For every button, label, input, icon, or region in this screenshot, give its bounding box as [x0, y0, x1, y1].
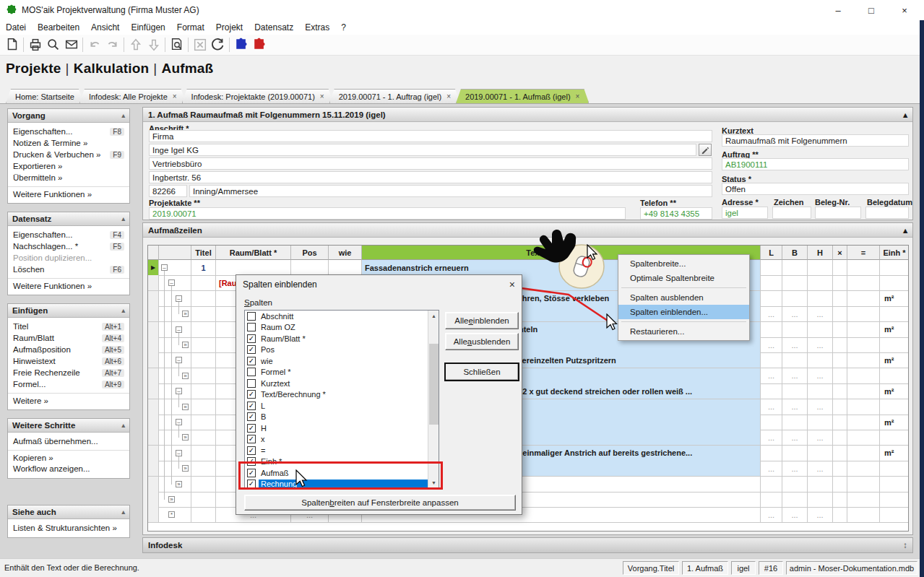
- checkbox[interactable]: [247, 323, 256, 331]
- address-edit-button[interactable]: [699, 144, 712, 156]
- cell-eq[interactable]: [847, 291, 880, 307]
- column-header-eq[interactable]: =: [847, 246, 880, 260]
- cell-titel[interactable]: [191, 352, 216, 368]
- column-header-einh[interactable]: Einh *: [880, 246, 909, 260]
- cell-eq[interactable]: [847, 383, 880, 399]
- cell-x[interactable]: [833, 492, 847, 508]
- sidebar-item-eigenschaften[interactable]: Eigenschaften...F4: [8, 229, 129, 240]
- collapse-icon[interactable]: ▴: [121, 215, 125, 222]
- cell-einh[interactable]: [880, 461, 909, 477]
- cell-x[interactable]: [833, 477, 847, 493]
- checkbox[interactable]: ✓: [247, 402, 256, 410]
- cell-ind[interactable]: [148, 399, 159, 415]
- belegnr-field[interactable]: [815, 207, 861, 219]
- tree-expand-icon[interactable]: –: [176, 450, 182, 456]
- cell-einh[interactable]: [880, 430, 909, 446]
- cell-x[interactable]: [833, 430, 847, 446]
- cell-titel[interactable]: [191, 430, 216, 446]
- menu-bearbeiten[interactable]: Bearbeiten: [32, 21, 85, 34]
- cell-titel[interactable]: [191, 399, 216, 415]
- sidebar-item-nachschlagen[interactable]: Nachschlagen... *F5: [8, 240, 129, 252]
- cell-wie[interactable]: [329, 260, 362, 276]
- tree-more-icon[interactable]: »: [182, 311, 189, 317]
- cell-titel[interactable]: 1: [191, 260, 216, 276]
- context-menu-optimale-spaltenbreite[interactable]: Optimale Spaltenbreite: [618, 271, 749, 285]
- cell-einh[interactable]: m²: [880, 415, 909, 430]
- column-option-abschnitt[interactable]: Abschnitt: [245, 311, 439, 322]
- sidebar-item-freie-rechenzeile[interactable]: Freie RechenzeileAlt+7: [8, 367, 129, 378]
- cell-l[interactable]: [761, 291, 782, 307]
- cell-eq[interactable]: [847, 492, 880, 508]
- cell-l[interactable]: [761, 260, 782, 276]
- tree-more-icon[interactable]: »: [176, 481, 182, 487]
- column-option-wie[interactable]: ✓wie: [245, 355, 439, 367]
- checkbox[interactable]: ✓: [247, 424, 256, 433]
- cell-einh[interactable]: m²: [880, 383, 909, 399]
- cell-h[interactable]: ...: [808, 306, 833, 322]
- cell-eq[interactable]: [847, 352, 880, 368]
- cell-l[interactable]: ...: [761, 399, 782, 415]
- cell-l[interactable]: [761, 477, 782, 493]
- sidebar-item-titel[interactable]: TitelAlt+1: [8, 321, 129, 332]
- menu-datei[interactable]: Datei: [0, 21, 32, 34]
- cell-ind[interactable]: [148, 477, 159, 493]
- cell-einh[interactable]: [880, 275, 909, 291]
- cell-ind[interactable]: [148, 322, 159, 338]
- cell-ind[interactable]: [148, 446, 159, 461]
- cell-b[interactable]: ...: [782, 399, 808, 415]
- form-panel-header[interactable]: 1. Aufmaß Raumaufmaß mit Folgenummern 15…: [143, 108, 912, 122]
- panel-header[interactable]: Datensatz▴: [8, 212, 129, 226]
- cell-einh[interactable]: [880, 492, 909, 508]
- alle-ausblenden-button[interactable]: Alle ausblenden: [445, 333, 519, 350]
- context-menu-spalten-ausblenden[interactable]: Spalten ausblenden: [618, 290, 749, 305]
- cell-eq[interactable]: [847, 399, 880, 415]
- cell-h[interactable]: [808, 415, 833, 430]
- column-header-raumblatt[interactable]: Raum/Blatt *: [216, 246, 291, 260]
- anschrift-abteilung-field[interactable]: Vertriebsbüro: [149, 157, 712, 170]
- cell-x[interactable]: [833, 507, 847, 523]
- cell-h[interactable]: [808, 322, 833, 338]
- sidebar-item-workflow-anzeigen[interactable]: Workflow anzeigen...: [8, 463, 129, 474]
- cell-l[interactable]: [761, 322, 782, 338]
- cell-x[interactable]: [833, 291, 847, 307]
- panel-header[interactable]: Einfügen▴: [8, 304, 129, 318]
- cell-ind[interactable]: [148, 415, 159, 430]
- tree-more-icon[interactable]: »: [168, 496, 175, 503]
- sidebar-item-raum-blatt[interactable]: Raum/BlattAlt+4: [8, 332, 129, 344]
- tree-more-icon[interactable]: »: [182, 434, 189, 441]
- column-header-h[interactable]: H: [808, 246, 833, 260]
- projektakte-field[interactable]: 2019.00071: [149, 207, 626, 220]
- column-header-wie[interactable]: wie: [329, 246, 362, 260]
- column-option-text-berechnung[interactable]: ✓Text/Berechnung *: [245, 389, 439, 401]
- cell-h[interactable]: ...: [808, 461, 833, 477]
- checkbox[interactable]: [247, 379, 256, 388]
- scroll-up-icon[interactable]: ▲: [428, 311, 439, 321]
- cell-ind[interactable]: [148, 461, 159, 477]
- cell-eq[interactable]: [847, 415, 880, 430]
- cell-titel[interactable]: [191, 415, 216, 430]
- sidebar-item-aufma-bernehmen[interactable]: Aufmaß übernehmen...: [8, 435, 129, 447]
- sidebar-item-exportieren[interactable]: Exportieren »: [8, 160, 129, 172]
- cell-eq[interactable]: [847, 507, 880, 523]
- cell-eq[interactable]: [847, 322, 880, 338]
- redo-icon[interactable]: [103, 36, 121, 53]
- cell-l[interactable]: [761, 415, 782, 430]
- cell-x[interactable]: [833, 399, 847, 415]
- cell-l[interactable]: ...: [761, 507, 782, 523]
- tree-more-icon[interactable]: »: [182, 342, 189, 348]
- cell-l[interactable]: [761, 446, 782, 461]
- checkbox[interactable]: ✓: [247, 412, 256, 421]
- cell-titel[interactable]: [191, 368, 216, 384]
- cell-x[interactable]: [833, 306, 847, 322]
- cell-h[interactable]: [808, 275, 833, 291]
- belegdatum-field[interactable]: [865, 207, 909, 219]
- cell-einh[interactable]: m²: [880, 446, 909, 461]
- cell-ind[interactable]: [148, 275, 159, 291]
- collapse-icon[interactable]: ▴: [903, 225, 907, 235]
- cell-titel[interactable]: [191, 306, 216, 322]
- menu-?[interactable]: ?: [335, 21, 352, 34]
- context-menu-spaltenbreite[interactable]: Spaltenbreite...: [618, 256, 749, 271]
- menu-einfgen[interactable]: Einfügen: [125, 21, 170, 34]
- cell-pos[interactable]: [291, 260, 329, 276]
- sidebar-item-notizen-termine[interactable]: Notizen & Termine »: [8, 137, 129, 149]
